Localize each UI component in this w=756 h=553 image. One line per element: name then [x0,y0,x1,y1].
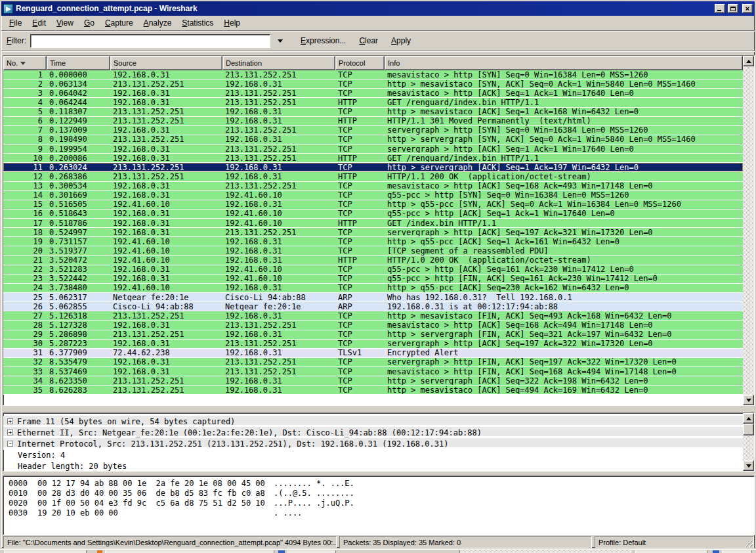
packet-row[interactable]: 50.118307213.131.252.251192.168.0.31TCPh… [3,108,743,117]
close-button[interactable]: × [742,4,753,13]
scroll-down-button[interactable] [743,460,754,471]
packet-row[interactable]: 140.301669192.168.0.31192.41.60.10TCPq55… [3,191,743,200]
cell-source: 192.168.0.31 [110,70,222,79]
menu-item-help[interactable]: Help [219,16,245,30]
packet-row[interactable]: 110.263024213.131.252.251192.168.0.31TCP… [3,163,743,172]
hex-line[interactable]: 001000 28 d3 d0 40 00 35 06 de b8 d5 83 … [3,489,754,498]
packet-row[interactable]: 295.286898213.131.252.251192.168.0.31TCP… [3,330,743,340]
packet-row[interactable]: 243.738480192.41.60.10192.168.0.31TCPhtt… [3,284,743,293]
cell-time: 0.524997 [47,228,110,236]
column-header-no[interactable]: No. [3,56,47,70]
cell-info: Who has 192.168.0.31? Tell 192.168.0.1 [385,293,743,301]
menu-item-statistics[interactable]: Statistics [177,16,219,30]
taskbar-app-icon-blue[interactable] [713,550,719,553]
packet-row[interactable]: 358.626283213.131.252.251192.168.0.31TCP… [3,386,743,395]
packet-row[interactable]: 265.062855Cisco-Li_94:ab:88Netgear_fe:20… [3,302,743,311]
cell-destination: 192.168.0.31 [222,200,335,209]
scrollbar-thumb[interactable] [743,424,754,435]
packet-row[interactable]: 90.199954192.168.0.31213.131.252.251TCPs… [3,144,743,154]
taskbar-button-fragment[interactable] [722,550,752,553]
packet-row[interactable]: 10.000000192.168.0.31213.131.252.251TCPm… [3,70,743,79]
packet-row[interactable]: 305.287223192.168.0.31213.131.252.251TCP… [3,340,743,349]
cell-time: 0.268386 [47,172,110,181]
filter-input[interactable] [30,34,270,48]
packet-row[interactable]: 223.521283192.168.0.31192.41.60.10TCPq55… [3,265,743,275]
cell-destination: 192.168.0.31 [222,172,335,181]
column-header-time[interactable]: Time [47,56,110,70]
taskbar-button-pressed[interactable] [459,550,631,553]
collapse-icon[interactable]: - [7,441,13,447]
scrollbar-track[interactable] [743,435,754,460]
packet-row[interactable]: 328.535479192.168.0.31213.131.252.251TCP… [3,358,743,367]
taskbar-button-fragment[interactable] [105,550,274,553]
packet-row[interactable]: 20.063134213.131.252.251192.168.0.31TCPh… [3,79,743,89]
hex-line[interactable]: 000000 12 17 94 ab 88 00 1e 2a fe 20 1e … [3,479,754,489]
detail-row[interactable]: Header length: 20 bytes [3,461,743,471]
hex-line[interactable]: 002000 1f 00 50 04 e3 fd 9c c5 6a d8 75 … [3,498,754,508]
column-header-source[interactable]: Source [110,56,222,70]
menu-item-capture[interactable]: Capture [100,16,138,30]
packet-row[interactable]: 40.064244192.168.0.31213.131.252.251HTTP… [3,98,743,107]
packet-row[interactable]: 255.062317Netgear_fe:20:1eCisco-Li_94:ab… [3,293,743,302]
packet-row[interactable]: 233.522442192.168.0.31192.41.60.10TCPq55… [3,275,743,284]
details-scrollbar[interactable] [743,413,754,471]
detail-row[interactable]: +Ethernet II, Src: Netgear_fe:20:1e (00:… [3,427,743,438]
packet-row[interactable]: 30.064042192.168.0.31213.131.252.251TCPm… [3,89,743,98]
scroll-up-button[interactable] [743,56,754,66]
resize-grip[interactable] [744,539,753,547]
toolbar-button-clear[interactable]: Clear [354,34,383,47]
packet-row[interactable]: 285.127328192.168.0.31213.131.252.251TCP… [3,321,743,330]
packet-row[interactable]: 180.524997192.168.0.31213.131.252.251TCP… [3,228,743,237]
toolbar-button-apply[interactable]: Apply [386,34,416,47]
packet-list-scrollbar[interactable] [743,56,754,405]
toolbar-button-expression[interactable]: Expression... [295,34,351,47]
packet-row[interactable]: 70.137009192.168.0.31213.131.252.251TCPs… [3,126,743,135]
packet-row[interactable]: 170.518786192.168.0.31192.41.60.10HTTPGE… [3,219,743,228]
packet-row[interactable]: 203.519377192.41.60.10192.168.0.31TCP[TC… [3,246,743,255]
packet-row[interactable]: 120.268386213.131.252.251192.168.0.31HTT… [3,172,743,181]
maximize-button[interactable] [728,4,738,13]
packet-row[interactable]: 275.126318213.131.252.251192.168.0.31TCP… [3,311,743,321]
column-header-destination[interactable]: Destination [222,56,335,70]
packet-row[interactable]: 130.300534192.168.0.31213.131.252.251TCP… [3,182,743,191]
packet-row[interactable]: 213.520472192.41.60.10192.168.0.31HTTPHT… [3,256,743,265]
cell-source: 213.131.252.251 [110,117,222,125]
taskbar-app-icon-orange[interactable] [97,550,102,553]
pane-splitter-top[interactable] [3,406,755,412]
menu-item-edit[interactable]: Edit [27,16,51,30]
cell-protocol: TCP [335,191,385,200]
detail-row[interactable]: -Internet Protocol, Src: 213.131.252.251… [3,438,743,449]
menu-item-file[interactable]: File [4,16,27,30]
minimize-button[interactable] [715,4,725,13]
filter-buttons: Expression...ClearApply [295,34,416,47]
expand-icon[interactable]: + [7,430,13,435]
packet-row[interactable]: 100.200086192.168.0.31213.131.252.251HTT… [3,154,743,163]
menu-item-go[interactable]: Go [79,16,100,30]
filter-dropdown-button[interactable] [274,35,286,47]
detail-row[interactable]: Version: 4 [3,450,743,461]
expand-icon[interactable]: + [7,418,13,424]
column-header-info[interactable]: Info [385,56,743,70]
packet-details-pane: +Frame 11 (54 bytes on wire, 54 bytes ca… [3,412,755,472]
packet-row[interactable]: 160.518643192.168.0.31192.41.60.10TCPq55… [3,210,743,219]
scrollbar-track[interactable] [743,66,754,395]
detail-row[interactable]: +Frame 11 (54 bytes on wire, 54 bytes ca… [3,416,743,427]
column-header-protocol[interactable]: Protocol [335,56,385,70]
scroll-up-button[interactable] [743,413,754,424]
taskbar-button-fragment[interactable] [4,550,87,553]
menu-item-analyze[interactable]: Analyze [138,16,177,30]
packet-row[interactable]: 80.198490213.131.252.251192.168.0.31TCPh… [3,135,743,144]
hex-line[interactable]: 003019 20 10 eb 00 00. .... [3,508,754,518]
packet-row[interactable]: 150.516505192.41.60.10192.168.0.31TCPhtt… [3,200,743,210]
menu-item-view[interactable]: View [51,16,79,30]
taskbar-button-fragment[interactable] [287,550,336,553]
packet-row[interactable]: 190.731157192.41.60.10192.168.0.31TCPhtt… [3,237,743,246]
packet-row[interactable]: 348.623350213.131.252.251192.168.0.31TCP… [3,376,743,386]
taskbar-app-icon-blue[interactable] [278,550,285,553]
packet-row[interactable]: 316.37790972.44.62.238192.168.0.31TLSv1E… [3,349,743,358]
packet-row[interactable]: 60.122949213.131.252.251192.168.0.31HTTP… [3,117,743,126]
packet-row[interactable]: 338.537469192.168.0.31213.131.252.251TCP… [3,367,743,376]
taskbar-button-fragment[interactable] [635,550,707,553]
scroll-down-button[interactable] [743,395,754,405]
cell-source: 192.168.0.31 [110,144,222,153]
